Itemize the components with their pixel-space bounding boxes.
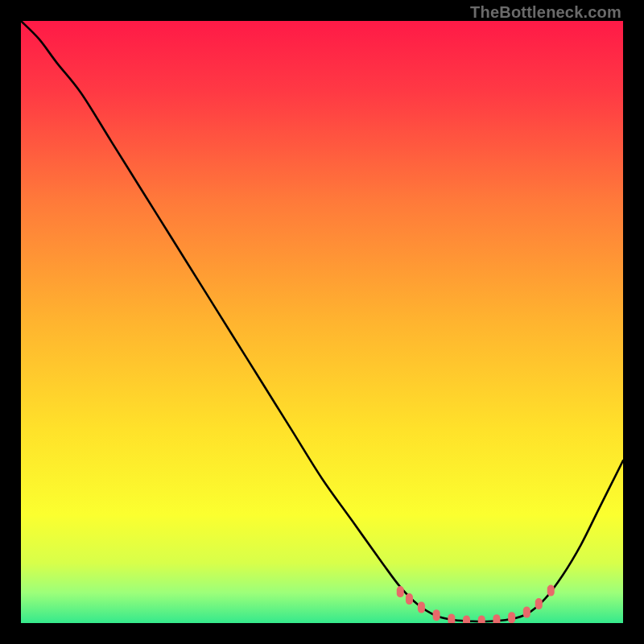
marker-point [448, 614, 455, 623]
marker-point [463, 615, 470, 623]
marker-point [406, 593, 413, 605]
marker-point [397, 586, 404, 597]
marker-point [547, 585, 555, 597]
bottleneck-curve [21, 21, 623, 623]
attribution-text: TheBottleneck.com [470, 3, 621, 22]
marker-point [433, 609, 440, 621]
marker-point [478, 615, 485, 623]
marker-point [508, 612, 515, 623]
marker-point [493, 614, 500, 623]
marker-point [523, 607, 530, 618]
chart-frame: TheBottleneck.com [0, 0, 644, 644]
plot-area [21, 21, 623, 623]
marker-point [535, 598, 543, 609]
marker-point [418, 602, 425, 613]
